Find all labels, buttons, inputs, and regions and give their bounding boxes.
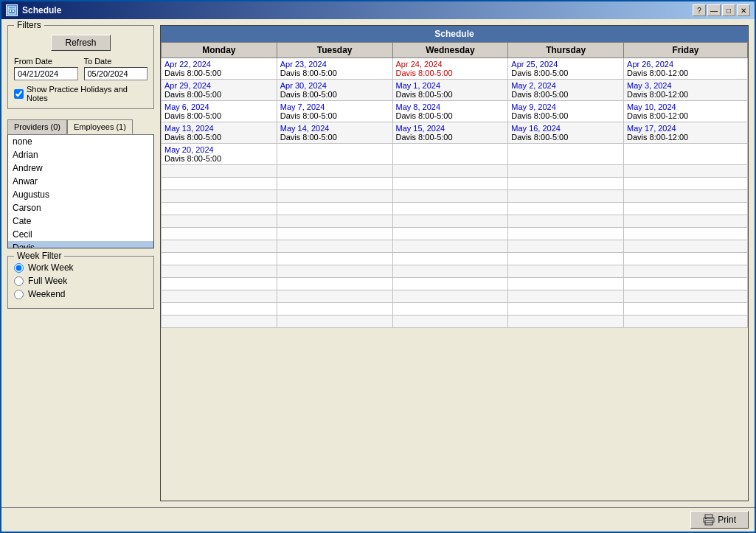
list-item[interactable]: Carson [8,201,153,215]
print-button[interactable]: Print [690,511,749,529]
cell [277,316,392,328]
table-row [162,190,748,203]
cell [624,190,748,203]
cell: May 14, 2024Davis 8:00-5:00 [277,122,392,144]
cell [392,303,508,316]
employee-list[interactable]: noneAdrianAndrewAnwarAugustusCarsonCateC… [7,134,154,248]
svg-rect-2 [10,10,11,12]
full-week-row: Full Week [14,276,148,286]
help-button[interactable]: ? [693,4,706,16]
from-date-input[interactable] [14,67,78,80]
cell: May 17, 2024Davis 8:00-12:00 [624,122,748,144]
list-item[interactable]: Anwar [8,175,153,188]
employee-tabs-container: Providers (0) Employees (1) noneAdrianAn… [7,114,154,248]
minimize-button[interactable]: — [707,4,721,16]
cell [624,290,748,303]
schedule-container: Schedule Monday Tuesday Wednesday Thursd… [160,25,749,501]
to-date-field: To Date [84,57,148,80]
cell [508,290,624,303]
list-item[interactable]: none [8,135,153,148]
cell: May 7, 2024Davis 8:00-5:00 [277,101,392,122]
work-week-label: Work Week [28,262,74,273]
cell: May 6, 2024Davis 8:00-5:00 [162,101,277,122]
cell [392,203,508,215]
cell: Apr 23, 2024Davis 8:00-5:00 [277,58,392,80]
cell [162,240,277,253]
cell [392,265,508,278]
cell [392,253,508,265]
cell [508,253,624,265]
right-panel: Schedule Monday Tuesday Wednesday Thursd… [160,19,755,507]
left-panel: Filters Refresh From Date To Date Show P… [1,19,160,507]
to-date-input[interactable] [84,67,148,80]
tab-employees[interactable]: Employees (1) [67,119,133,134]
cell: May 13, 2024Davis 8:00-5:00 [162,122,277,144]
cell [624,228,748,240]
cell: Apr 24, 2024Davis 8:00-5:00 [392,58,508,80]
print-label: Print [718,515,736,525]
table-row: May 13, 2024Davis 8:00-5:00 May 14, 2024… [162,122,748,144]
cell [508,278,624,290]
title-bar: Schedule ? — □ ✕ [1,1,755,19]
schedule-tbody: Apr 22, 2024Davis 8:00-5:00 Apr 23, 2024… [162,58,748,328]
cell [508,144,624,165]
cell [392,290,508,303]
cell: May 3, 2024Davis 8:00-12:00 [624,80,748,101]
printer-icon [703,514,715,526]
table-row: Apr 29, 2024Davis 8:00-5:00 Apr 30, 2024… [162,80,748,101]
cell: May 15, 2024Davis 8:00-5:00 [392,122,508,144]
cell: May 1, 2024Davis 8:00-5:00 [392,80,508,101]
cell [277,144,392,165]
cell [277,178,392,190]
list-item[interactable]: Cate [8,215,153,228]
cell [508,178,624,190]
cell [624,240,748,253]
schedule-table-wrapper[interactable]: Monday Tuesday Wednesday Thursday Friday… [161,42,748,501]
work-week-radio[interactable] [14,263,24,273]
table-row [162,203,748,215]
list-item[interactable]: Cecil [8,228,153,241]
week-filter-label: Week Filter [14,251,64,261]
svg-rect-0 [8,7,15,14]
list-item[interactable]: Davis [8,241,153,248]
cell [624,165,748,178]
window-title: Schedule [22,5,61,15]
cell [392,144,508,165]
list-item[interactable]: Adrian [8,148,153,161]
schedule-header: Schedule [161,26,748,42]
refresh-button[interactable]: Refresh [51,35,110,51]
cell: Apr 22, 2024Davis 8:00-5:00 [162,58,277,80]
cell [162,290,277,303]
list-item[interactable]: Andrew [8,161,153,175]
cell [162,190,277,203]
cell [162,215,277,228]
table-row: May 6, 2024Davis 8:00-5:00 May 7, 2024Da… [162,101,748,122]
maximize-button[interactable]: □ [722,4,735,16]
cell [277,165,392,178]
to-date-label: To Date [84,57,148,66]
weekend-radio[interactable] [14,290,24,299]
table-row [162,178,748,190]
cell [392,316,508,328]
table-row [162,303,748,316]
cell [624,178,748,190]
close-button[interactable]: ✕ [737,4,750,16]
cell [392,228,508,240]
full-week-radio[interactable] [14,276,24,286]
cell: Apr 26, 2024Davis 8:00-12:00 [624,58,748,80]
cell [162,228,277,240]
from-date-field: From Date [14,57,78,80]
cell [162,253,277,265]
title-bar-left: Schedule [6,4,61,16]
schedule-thead: Monday Tuesday Wednesday Thursday Friday [162,43,748,58]
cell [162,316,277,328]
col-wednesday: Wednesday [392,43,508,58]
cell [277,240,392,253]
list-item[interactable]: Augustus [8,188,153,201]
cell [624,316,748,328]
holidays-checkbox[interactable] [14,89,24,99]
cell [277,215,392,228]
cell [624,265,748,278]
cell [624,203,748,215]
tab-providers[interactable]: Providers (0) [7,119,67,134]
